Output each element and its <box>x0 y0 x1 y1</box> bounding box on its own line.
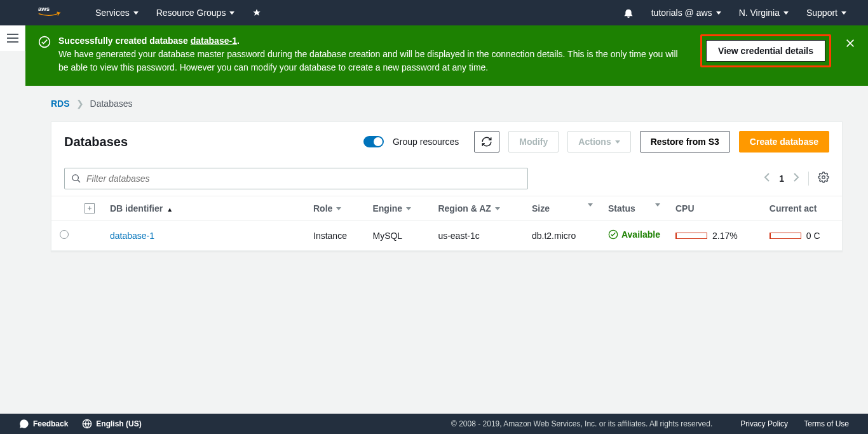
cell-region: us-east-1c <box>430 220 524 251</box>
status-available: Available <box>608 229 660 240</box>
db-name-link[interactable]: database-1 <box>110 231 154 241</box>
connections-meter: 0 C <box>770 231 820 241</box>
nav-services[interactable]: Services <box>86 8 147 18</box>
main-content: RDS ❯ Databases Databases Group resource… <box>25 86 868 264</box>
view-credentials-button[interactable]: View credential details <box>706 40 825 62</box>
chevron-down-icon <box>406 207 411 210</box>
notifications-icon[interactable] <box>614 8 642 18</box>
top-nav: aws Services Resource Groups tutorials @… <box>0 0 868 25</box>
chevron-right-icon: ❯ <box>76 98 84 109</box>
banner-title-prefix: Successfully created database <box>58 36 191 46</box>
col-status[interactable]: Status <box>600 196 668 220</box>
feedback-link[interactable]: Feedback <box>19 419 68 429</box>
chevron-down-icon <box>783 11 789 15</box>
svg-line-8 <box>78 180 80 182</box>
databases-table: + DB identifier▲ Role Engine Region & AZ… <box>51 196 842 251</box>
search-input[interactable] <box>86 173 521 184</box>
restore-s3-button[interactable]: Restore from S3 <box>640 131 730 153</box>
privacy-link[interactable]: Privacy Policy <box>740 419 788 428</box>
chevron-down-icon <box>495 207 500 210</box>
page-next[interactable] <box>793 173 799 184</box>
table-row: database-1 Instance MySQL us-east-1c db.… <box>51 220 842 251</box>
language-selector[interactable]: English (US) <box>82 419 141 429</box>
view-credentials-highlight: View credential details <box>700 34 831 67</box>
create-database-button[interactable]: Create database <box>739 131 829 153</box>
page-prev[interactable] <box>764 173 770 184</box>
chevron-down-icon <box>336 207 341 210</box>
pagination: 1 <box>764 172 829 186</box>
close-icon[interactable] <box>845 38 855 51</box>
svg-text:aws: aws <box>38 4 50 11</box>
chevron-down-icon <box>655 203 660 207</box>
cell-engine: MySQL <box>365 220 430 251</box>
col-db-identifier[interactable]: DB identifier▲ <box>102 196 306 220</box>
breadcrumb: RDS ❯ Databases <box>51 98 843 109</box>
cell-role: Instance <box>306 220 365 251</box>
cell-size: db.t2.micro <box>524 220 600 251</box>
chevron-down-icon <box>841 11 846 15</box>
search-icon <box>71 173 81 184</box>
success-check-icon <box>38 36 51 51</box>
nav-resource-groups[interactable]: Resource Groups <box>147 8 244 18</box>
cpu-meter: 2.17% <box>675 231 738 241</box>
aws-logo[interactable]: aws <box>38 4 61 22</box>
footer: Feedback English (US) © 2008 - 2019, Ama… <box>0 414 868 434</box>
nav-support[interactable]: Support <box>797 8 855 18</box>
copyright: © 2008 - 2019, Amazon Web Services, Inc.… <box>451 419 712 428</box>
banner-db-link[interactable]: database-1 <box>191 36 237 46</box>
col-expand-header[interactable]: + <box>77 196 102 220</box>
chevron-down-icon <box>133 11 139 15</box>
chevron-down-icon <box>588 203 593 207</box>
banner-body: We have generated your database master p… <box>58 48 680 74</box>
chevron-down-icon <box>716 11 721 15</box>
filter-bar: 1 <box>51 161 842 196</box>
group-resources-toggle[interactable] <box>363 136 384 147</box>
databases-panel: Databases Group resources Modify Actions… <box>51 121 843 252</box>
nav-account[interactable]: tutorials @ aws <box>642 8 730 18</box>
breadcrumb-current: Databases <box>90 98 133 109</box>
search-box[interactable] <box>64 168 528 189</box>
expand-all-icon[interactable]: + <box>85 203 95 214</box>
svg-point-7 <box>72 175 78 180</box>
panel-header: Databases Group resources Modify Actions… <box>51 122 842 161</box>
panel-title: Databases <box>64 135 355 149</box>
chevron-down-icon <box>229 11 234 15</box>
col-engine[interactable]: Engine <box>365 196 430 220</box>
col-current-act[interactable]: Current act <box>762 196 842 220</box>
group-resources-label: Group resources <box>393 137 459 147</box>
banner-title-suffix: . <box>237 36 240 46</box>
col-size[interactable]: Size <box>524 196 600 220</box>
page-number: 1 <box>779 173 784 184</box>
modify-button[interactable]: Modify <box>508 131 559 153</box>
chevron-down-icon <box>615 140 620 144</box>
breadcrumb-root[interactable]: RDS <box>51 98 70 109</box>
settings-icon[interactable] <box>808 172 829 186</box>
banner-message: Successfully created database database-1… <box>58 34 680 74</box>
refresh-button[interactable] <box>474 131 499 153</box>
sort-asc-icon: ▲ <box>166 206 173 213</box>
terms-link[interactable]: Terms of Use <box>804 419 849 428</box>
nav-region[interactable]: N. Virginia <box>730 8 797 18</box>
pin-icon[interactable] <box>243 8 270 17</box>
col-select <box>51 196 77 220</box>
col-region[interactable]: Region & AZ <box>430 196 524 220</box>
col-cpu[interactable]: CPU <box>668 196 762 220</box>
row-select-radio[interactable] <box>60 230 69 239</box>
success-banner: Successfully created database database-1… <box>25 25 868 86</box>
col-role[interactable]: Role <box>306 196 365 220</box>
actions-button[interactable]: Actions <box>567 131 630 153</box>
svg-point-9 <box>822 176 825 179</box>
sidebar-toggle[interactable] <box>0 25 25 51</box>
